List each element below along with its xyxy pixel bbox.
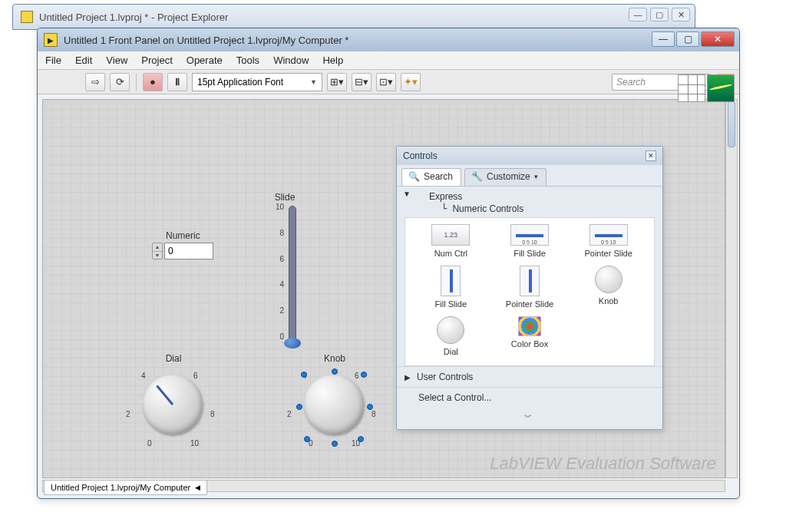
fill-slide-icon bbox=[510, 224, 549, 246]
menu-edit[interactable]: Edit bbox=[75, 55, 92, 66]
dial-knob[interactable] bbox=[143, 375, 203, 435]
toolbar: ⇨ ⟳ ● Ⅱ 15pt Application Font ▼ ⊞▾ ⊟▾ ⊡▾… bbox=[38, 70, 739, 94]
fill-slide-v-icon bbox=[441, 266, 461, 296]
toolbar-separator bbox=[136, 74, 137, 91]
dial-needle bbox=[156, 385, 173, 405]
pointer-slide-v-icon bbox=[520, 266, 540, 296]
palette-titlebar[interactable]: Controls ✕ bbox=[397, 147, 662, 165]
vi-icon[interactable] bbox=[707, 74, 735, 102]
reorder-button[interactable]: ✦▾ bbox=[401, 73, 421, 91]
slide-thumb[interactable] bbox=[284, 338, 301, 349]
wrench-icon: 🔧 bbox=[471, 171, 483, 182]
selection-handle[interactable] bbox=[358, 436, 364, 442]
knob-control[interactable]: Knob 0 2 4 6 8 10 bbox=[281, 353, 388, 450]
minimize-button[interactable]: — bbox=[652, 31, 675, 47]
palette-select-control[interactable]: Select a Control... bbox=[397, 387, 662, 408]
slide-ticks: 10 8 6 4 2 0 bbox=[266, 203, 284, 341]
menu-help[interactable]: Help bbox=[322, 55, 343, 66]
back-window-title: Untitled Project 1.lvproj * - Project Ex… bbox=[39, 12, 228, 23]
front-panel-workspace[interactable]: Numeric ▲▼ Slide 10 8 6 4 2 0 bbox=[42, 99, 725, 478]
numeric-spinner[interactable]: ▲▼ bbox=[152, 243, 163, 259]
palette-title: Controls bbox=[403, 150, 438, 161]
palette-item-fill-slide-v[interactable]: Fill Slide bbox=[413, 266, 489, 309]
run-button[interactable]: ⇨ bbox=[85, 73, 105, 91]
selection-handle[interactable] bbox=[332, 441, 338, 447]
dial-label: Dial bbox=[120, 353, 227, 364]
selection-handle[interactable] bbox=[361, 372, 367, 378]
menubar: File Edit View Project Operate Tools Win… bbox=[38, 51, 739, 70]
palette-item-fill-slide-h[interactable]: Fill Slide bbox=[492, 224, 568, 258]
font-label: 15pt Application Font bbox=[197, 77, 283, 88]
search-icon: 🔍 bbox=[408, 171, 420, 182]
palette-item-num-ctrl[interactable]: 1.23Num Ctrl bbox=[413, 224, 489, 258]
menu-window[interactable]: Window bbox=[273, 55, 309, 66]
palette-subsection-numeric: └ Numeric Controls bbox=[414, 203, 662, 217]
palette-items-grid: 1.23Num Ctrl Fill Slide Pointer Slide Fi… bbox=[405, 217, 655, 366]
numeric-control[interactable]: Numeric ▲▼ bbox=[152, 230, 213, 259]
palette-item-dial[interactable]: Dial bbox=[413, 316, 489, 356]
distribute-button[interactable]: ⊟▾ bbox=[352, 73, 372, 91]
back-close-button[interactable]: ✕ bbox=[672, 8, 690, 21]
menu-view[interactable]: View bbox=[106, 55, 127, 66]
slide-track[interactable] bbox=[289, 206, 296, 344]
palette-resize-grip[interactable]: ︾ bbox=[397, 408, 662, 429]
collapse-icon[interactable]: ▼ bbox=[403, 190, 414, 198]
pointer-slide-icon bbox=[590, 224, 628, 246]
palette-item-color-box[interactable]: Color Box bbox=[492, 316, 568, 356]
titlebar[interactable]: ▶ Untitled 1 Front Panel on Untitled Pro… bbox=[38, 28, 739, 51]
pause-button[interactable]: Ⅱ bbox=[167, 73, 187, 91]
color-box-icon bbox=[518, 316, 541, 336]
font-selector[interactable]: 15pt Application Font ▼ bbox=[192, 73, 322, 91]
palette-section-express[interactable]: Express bbox=[414, 187, 662, 203]
dial-icon bbox=[437, 316, 464, 344]
palette-customize-tab[interactable]: 🔧 Customize ▾ bbox=[464, 168, 547, 186]
palette-user-controls[interactable]: ▶ User Controls bbox=[397, 366, 662, 387]
palette-close-button[interactable]: ✕ bbox=[646, 150, 656, 161]
knob-label: Knob bbox=[281, 353, 388, 364]
resize-button[interactable]: ⊡▾ bbox=[376, 73, 396, 91]
menu-project[interactable]: Project bbox=[141, 55, 172, 66]
search-placeholder: Search bbox=[616, 77, 646, 88]
back-min-button[interactable]: — bbox=[629, 8, 647, 21]
run-continuous-button[interactable]: ⟳ bbox=[110, 73, 130, 91]
app-icon bbox=[21, 11, 33, 23]
selection-handle[interactable] bbox=[332, 368, 338, 375]
dial-control[interactable]: Dial 0 2 4 6 8 10 bbox=[120, 353, 227, 450]
window-title: Untitled 1 Front Panel on Untitled Proje… bbox=[64, 35, 348, 46]
front-panel-window: ▶ Untitled 1 Front Panel on Untitled Pro… bbox=[37, 28, 740, 499]
scroll-thumb[interactable] bbox=[728, 101, 735, 147]
expand-icon: ▶ bbox=[405, 373, 411, 382]
abort-button[interactable]: ● bbox=[143, 73, 163, 91]
palette-search-tab[interactable]: 🔍 Search bbox=[401, 168, 461, 186]
app-icon: ▶ bbox=[44, 33, 58, 47]
menu-tools[interactable]: Tools bbox=[236, 55, 259, 66]
palette-item-pointer-slide-h[interactable]: Pointer Slide bbox=[570, 224, 646, 258]
maximize-button[interactable]: ▢ bbox=[676, 31, 699, 47]
palette-item-pointer-slide-v[interactable]: Pointer Slide bbox=[492, 266, 568, 309]
selection-handle[interactable] bbox=[301, 372, 307, 378]
bottom-tab[interactable]: Untitled Project 1.lvproj/My Computer◀ bbox=[44, 480, 207, 495]
knob-knob[interactable] bbox=[304, 375, 364, 435]
menu-operate[interactable]: Operate bbox=[187, 55, 223, 66]
project-explorer-titlebar: Untitled Project 1.lvproj * - Project Ex… bbox=[12, 4, 695, 30]
slide-control[interactable]: Slide 10 8 6 4 2 0 bbox=[266, 192, 304, 344]
chevron-down-icon: ▼ bbox=[310, 78, 317, 86]
selection-handle[interactable] bbox=[367, 404, 373, 410]
knob-icon bbox=[595, 266, 623, 293]
back-max-button[interactable]: ▢ bbox=[650, 8, 669, 21]
vertical-scrollbar[interactable] bbox=[725, 99, 738, 478]
num-ctrl-icon: 1.23 bbox=[431, 224, 470, 246]
close-button[interactable]: ✕ bbox=[701, 31, 735, 47]
selection-handle[interactable] bbox=[304, 436, 310, 442]
align-button[interactable]: ⊞▾ bbox=[327, 73, 347, 91]
controls-palette[interactable]: Controls ✕ 🔍 Search 🔧 Customize ▾ ▼ Expr… bbox=[396, 146, 663, 430]
connector-pane-icon[interactable] bbox=[678, 74, 705, 102]
numeric-input[interactable] bbox=[164, 243, 213, 259]
menu-file[interactable]: File bbox=[45, 55, 61, 66]
selection-handle[interactable] bbox=[296, 404, 302, 410]
slide-label: Slide bbox=[266, 192, 304, 203]
chevron-down-icon: ▾ bbox=[534, 173, 538, 180]
palette-item-knob[interactable]: Knob bbox=[570, 266, 646, 309]
numeric-label: Numeric bbox=[166, 230, 213, 241]
